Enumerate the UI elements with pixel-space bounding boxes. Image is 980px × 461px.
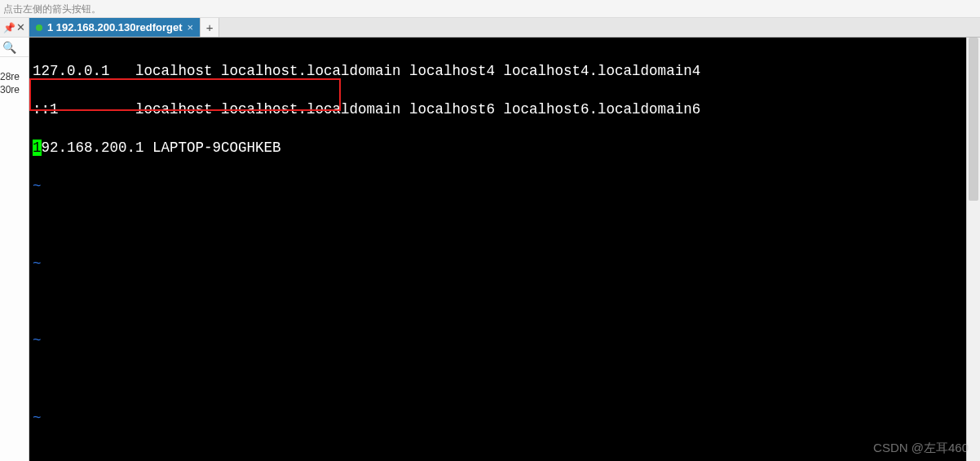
session-list: 28re 30re: [0, 57, 29, 461]
tab-close-icon[interactable]: ×: [188, 21, 194, 33]
session-item[interactable]: 28re: [0, 70, 29, 83]
session-item[interactable]: 30re: [0, 83, 29, 96]
vim-tilde: ~: [33, 177, 977, 197]
vim-blank: [33, 370, 977, 390]
vim-blank: [33, 293, 977, 313]
sidebar-search[interactable]: 🔍: [0, 38, 29, 57]
scrollbar-thumb[interactable]: [969, 38, 978, 201]
terminal-line-rest: 92.168.200.1 LAPTOP-9COGHKEB: [42, 140, 281, 156]
terminal-line: 127.0.0.1 localhost localhost.localdomai…: [33, 62, 977, 82]
search-icon: 🔍: [2, 41, 16, 54]
tab-add-button[interactable]: +: [200, 18, 219, 37]
terminal-line: ::1 localhost localhost.localdomain loca…: [33, 100, 977, 120]
tab-active[interactable]: 1 192.168.200.130redforget ×: [29, 18, 200, 37]
terminal-body[interactable]: 127.0.0.1 localhost localhost.localdomai…: [29, 38, 980, 461]
vim-blank: [33, 447, 977, 461]
tab-label: 1 192.168.200.130redforget: [47, 21, 183, 33]
vim-blank: [33, 216, 977, 236]
sidebar-header: 📌 ✕: [0, 18, 29, 38]
pin-icon[interactable]: 📌: [3, 22, 15, 33]
status-dot-icon: [36, 24, 42, 31]
scrollbar[interactable]: [966, 38, 980, 461]
vim-tilde: ~: [33, 409, 977, 428]
top-hint: 点击左侧的箭头按钮。: [0, 0, 980, 18]
terminal-pane: 1 192.168.200.130redforget × + 127.0.0.1…: [29, 18, 980, 461]
vim-tilde: ~: [33, 255, 977, 274]
terminal-line: 192.168.200.1 LAPTOP-9COGHKEB: [33, 139, 977, 158]
sidebar: 📌 ✕ 🔍 28re 30re: [0, 18, 29, 461]
vim-tilde: ~: [33, 331, 977, 351]
close-icon[interactable]: ✕: [16, 21, 25, 33]
tab-strip: 1 192.168.200.130redforget × +: [29, 18, 980, 38]
cursor: 1: [33, 140, 42, 156]
